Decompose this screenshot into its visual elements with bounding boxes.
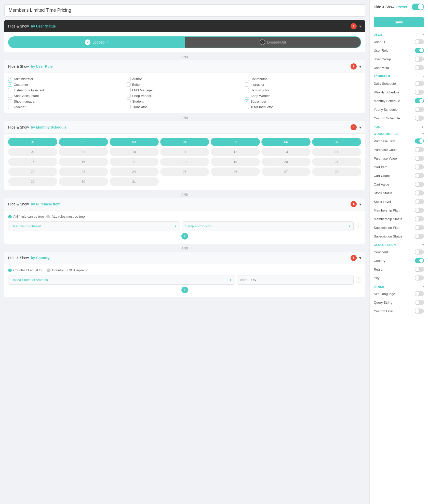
country-rule-add-button[interactable]: + [181, 287, 188, 293]
toggle-city-switch[interactable] [415, 275, 424, 281]
role-shop-accountant[interactable]: Shop Accountant [8, 94, 125, 98]
day-28[interactable]: 28 [312, 167, 361, 176]
logged-in-button[interactable]: ✓ Logged-In [9, 37, 185, 48]
day-12[interactable]: 12 [211, 148, 260, 156]
role-student[interactable]: Student [127, 99, 243, 103]
toggle-purchase-item-switch[interactable] [415, 138, 424, 144]
toggle-user-meta-switch[interactable] [415, 65, 424, 70]
country-rule-remove-button[interactable]: ✕ [356, 277, 361, 283]
role-shop-worker[interactable]: Shop Worker [245, 94, 361, 98]
role-customer[interactable]: Customer [8, 82, 125, 87]
country-is-equal-option[interactable]: Country IS equal to... [8, 268, 44, 272]
preset-master-toggle[interactable] [412, 4, 424, 10]
toggle-purchase-value-switch[interactable] [415, 156, 424, 161]
day-27[interactable]: 27 [261, 167, 311, 176]
day-07[interactable]: 07 [312, 138, 361, 146]
role-editor[interactable]: Editor [127, 82, 243, 87]
role-administrator[interactable]: Administrator [8, 77, 125, 81]
toggle-country-switch[interactable] [415, 258, 424, 263]
day-21[interactable]: 21 [312, 158, 361, 166]
day-15[interactable]: 15 [8, 158, 57, 166]
page-title-input[interactable] [4, 4, 365, 17]
toggle-cart-value-switch[interactable] [415, 182, 424, 187]
toggle-cart-count-switch[interactable] [415, 173, 424, 178]
toggle-subscription-status-switch[interactable] [415, 234, 424, 239]
toggle-user-id-switch[interactable] [415, 39, 424, 44]
day-10[interactable]: 10 [110, 148, 159, 156]
all-rules-option[interactable]: ALL rules must be true [46, 215, 85, 218]
day-29[interactable]: 29 [8, 177, 57, 186]
day-02[interactable]: 02 [59, 138, 108, 146]
day-08[interactable]: 08 [8, 148, 57, 156]
role-translator[interactable]: Translator [127, 105, 243, 109]
day-14[interactable]: 14 [312, 148, 361, 156]
role-lp-instructor[interactable]: LP Instructor [245, 88, 361, 92]
section-post-header[interactable]: POST ▲ [370, 122, 428, 130]
toggle-custom-filter-switch[interactable] [415, 309, 424, 314]
any-rule-option[interactable]: ANY rule can be true [8, 215, 44, 218]
toggle-site-language-switch[interactable] [415, 291, 424, 296]
role-instructors-assistant[interactable]: Instructor's Assistant [8, 88, 125, 92]
toggle-yearly-schedule-switch[interactable] [415, 107, 424, 112]
day-22[interactable]: 22 [8, 167, 57, 176]
role-subscriber[interactable]: Subscriber [245, 99, 361, 103]
toggle-stock-level-switch[interactable] [415, 199, 424, 204]
country-code-input[interactable]: code: US [237, 275, 354, 285]
toggle-membership-status-switch[interactable] [415, 216, 424, 221]
day-01[interactable]: 01 [8, 138, 57, 146]
toggle-subscription-plan-switch[interactable] [415, 225, 424, 230]
toggle-continent-switch[interactable] [415, 249, 424, 255]
rule-user-status-header[interactable]: Hide & Show by User Status 1 ▾ [4, 20, 365, 32]
day-20[interactable]: 20 [261, 158, 311, 166]
day-09[interactable]: 09 [59, 148, 108, 156]
toggle-user-group-switch[interactable] [415, 57, 424, 62]
day-24[interactable]: 24 [110, 167, 159, 176]
rule-monthly-header[interactable]: Hide & Show by Monthly Schedule 3 ▾ [4, 121, 365, 134]
toggle-cart-item-switch[interactable] [415, 164, 424, 170]
rule-user-role-header[interactable]: Hide & Show by User Role 2 ▾ [4, 60, 365, 73]
day-17[interactable]: 17 [110, 158, 159, 166]
section-woocommerce-header[interactable]: WOOCOMMERCE ▾ [370, 130, 428, 137]
rule-purchase-header[interactable]: Hide & Show by Purchase Item 4 ▾ [4, 198, 365, 211]
toggle-region-switch[interactable] [415, 267, 424, 272]
purchase-rule-add-button[interactable]: + [181, 233, 188, 240]
day-25[interactable]: 25 [160, 167, 209, 176]
role-tutor-instructor[interactable]: Tutor Instructor [245, 105, 361, 109]
toggle-stock-status-switch[interactable] [415, 190, 424, 195]
toggle-custom-schedule-switch[interactable] [415, 116, 424, 121]
toggle-monthly-schedule-switch[interactable] [415, 98, 424, 103]
rule-country-header[interactable]: Hide & Show by Country 5 ▾ [4, 252, 365, 264]
role-contributor[interactable]: Contributor [245, 77, 361, 81]
toggle-query-string-switch[interactable] [415, 300, 424, 305]
role-instructor[interactable]: Instructor [245, 82, 361, 87]
country-select-dropdown[interactable]: United States of America ▾ [8, 275, 235, 285]
save-button[interactable]: Save [374, 17, 424, 27]
country-is-not-equal-option[interactable]: Country IS NOT equal to... [47, 268, 91, 272]
toggle-weekly-schedule-switch[interactable] [415, 90, 424, 95]
logged-out-button[interactable]: ✕ Logged-Out [185, 37, 361, 48]
day-11[interactable]: 11 [160, 148, 209, 156]
purchase-rule-remove-button[interactable]: ✕ [356, 223, 361, 229]
day-31[interactable]: 31 [110, 177, 159, 186]
day-04[interactable]: 04 [160, 138, 209, 146]
day-05[interactable]: 05 [211, 138, 260, 146]
toggle-user-role-switch[interactable] [415, 48, 424, 53]
role-lms-manager[interactable]: LMS Manager [127, 88, 243, 92]
role-shop-manager[interactable]: Shop manager [8, 99, 125, 103]
day-30[interactable]: 30 [59, 177, 108, 186]
day-23[interactable]: 23 [59, 167, 108, 176]
section-geolocation-header[interactable]: GEOLOCATION ▾ [370, 241, 428, 248]
purchase-product-dropdown[interactable]: Sample Product #3 ▾ [182, 221, 354, 231]
day-19[interactable]: 19 [211, 158, 260, 166]
day-16[interactable]: 16 [59, 158, 108, 166]
day-13[interactable]: 13 [261, 148, 311, 156]
role-teacher[interactable]: Teacher [8, 105, 125, 109]
day-26[interactable]: 26 [211, 167, 260, 176]
section-other-header[interactable]: OTHER ▾ [370, 282, 428, 289]
role-shop-vendor[interactable]: Shop Vendor [127, 94, 243, 98]
toggle-membership-plan-switch[interactable] [415, 208, 424, 213]
role-author[interactable]: Author [127, 77, 243, 81]
section-user-header[interactable]: USER ▾ [370, 30, 428, 37]
purchase-condition-dropdown[interactable]: User has purchased... ▾ [8, 221, 180, 231]
day-06[interactable]: 06 [261, 138, 311, 146]
